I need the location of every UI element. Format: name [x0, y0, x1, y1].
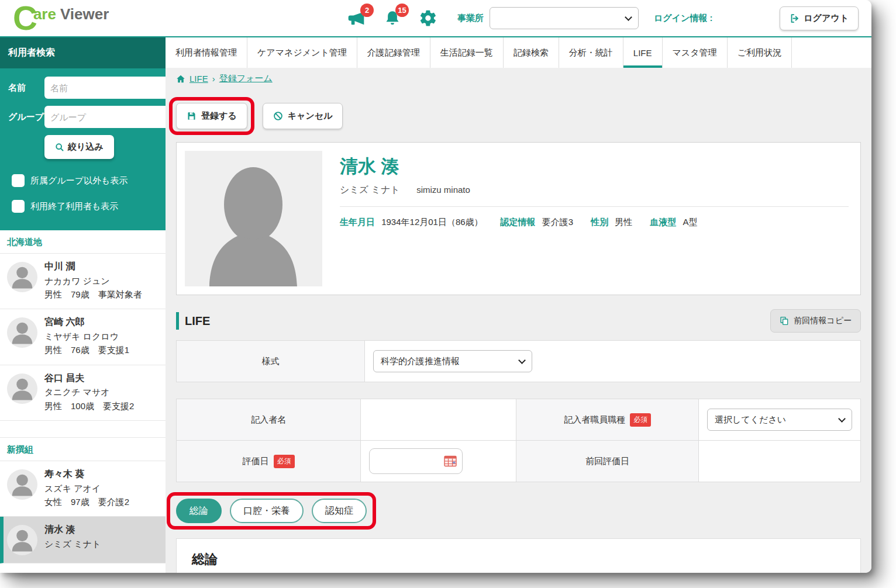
save-button[interactable]: 登録する	[176, 103, 247, 129]
breadcrumb-form-link[interactable]: 登録フォーム	[219, 73, 273, 84]
writer-job-select-value: 選択してください	[715, 414, 786, 426]
breadcrumb: LIFE › 登録フォーム	[166, 68, 871, 89]
profile-card: 清水 湊 シミズ ミナト simizu minato 生年月日 1934年12月…	[176, 142, 861, 295]
name-search-input[interactable]	[44, 77, 173, 99]
birthdate-label: 生年月日	[340, 217, 375, 227]
user-kana: ナカカワ ジュン	[44, 274, 142, 288]
writer-job-label: 記入者職員職種	[564, 414, 625, 424]
pills-annotation-box: 総論 口腔・栄養 認知症	[176, 499, 367, 523]
user-name: 中川 潤	[44, 260, 142, 274]
copy-icon	[780, 316, 789, 326]
writer-job-select[interactable]: 選択してください	[707, 409, 852, 431]
show-ended-users-label: 利用終了利用者も表示	[30, 201, 118, 212]
app-window: C are Viewer 2 15	[0, 0, 871, 573]
bloodtype-label: 血液型	[650, 217, 676, 227]
notifications-button[interactable]: 15	[384, 9, 401, 27]
show-ended-users-checkbox[interactable]	[12, 200, 25, 213]
app-body: 利用者検索 名前 グループ 絞り込み	[0, 36, 871, 573]
show-other-groups-label: 所属グループ以外も表示	[30, 175, 127, 186]
user-list-item[interactable]: 宮崎 六郎 ミヤザキ ロクロウ 男性 76歳 要支援1	[0, 309, 166, 365]
copy-previous-label: 前回情報コピー	[794, 316, 852, 326]
user-list-item[interactable]: 谷口 昌夫 タニクチ マサオ 男性 100歳 要支援2	[0, 365, 166, 421]
tab-life-records[interactable]: 生活記録一覧	[430, 37, 504, 68]
writer-form-table: 記入者名 記入者職員職種必須 選択してください	[176, 399, 861, 482]
writer-name-cell[interactable]	[361, 399, 516, 441]
avatar	[7, 262, 37, 292]
general-section-card: 総論	[176, 538, 861, 573]
group-header: 新撰組	[0, 438, 166, 461]
cancel-button[interactable]: キャンセル	[263, 103, 343, 129]
pill-tab-oral-nutrition[interactable]: 口腔・栄養	[230, 499, 304, 523]
pill-tab-dementia[interactable]: 認知症	[312, 499, 367, 523]
patient-name: 清水 湊	[340, 154, 849, 179]
user-group: 新撰組 寿々木 葵 スズキ アオイ 女性 97歳 要介護2	[0, 437, 166, 563]
writer-name-label: 記入者名	[177, 399, 361, 441]
main-nav-tabs: 利用者情報管理 ケアマネジメント管理 介護記録管理 生活記録一覧 記録検索 分析…	[166, 37, 871, 68]
copy-previous-button[interactable]: 前回情報コピー	[770, 309, 861, 333]
announcements-badge: 2	[360, 4, 374, 17]
cancel-icon	[273, 111, 283, 121]
gear-icon	[419, 9, 437, 27]
user-list-item[interactable]: 寿々木 葵 スズキ アオイ 女性 97歳 要介護2	[0, 461, 166, 517]
save-icon	[187, 111, 197, 121]
user-kana: ミヤザキ ロクロウ	[44, 330, 129, 343]
sidebar-search-form: 名前 グループ 絞り込み 所属グルー	[0, 68, 166, 230]
group-search-input[interactable]	[44, 106, 173, 128]
header-controls: 2 15 事業所 ログイン情報 :	[346, 6, 859, 30]
save-button-label: 登録する	[201, 110, 237, 122]
action-buttons-row: 登録する キャンセル	[176, 103, 861, 129]
cancel-button-label: キャンセル	[288, 110, 333, 122]
logo-viewer-text: Viewer	[60, 5, 109, 23]
tab-user-info[interactable]: 利用者情報管理	[166, 37, 247, 68]
tab-usage[interactable]: ご利用状況	[728, 37, 792, 68]
tab-care-records[interactable]: 介護記録管理	[357, 37, 430, 68]
tab-master[interactable]: マスタ管理	[663, 37, 728, 68]
show-other-groups-row: 所属グループ以外も表示	[12, 174, 154, 187]
user-info: 男性 76歳 要支援1	[44, 343, 129, 357]
tab-care-management[interactable]: ケアマネジメント管理	[247, 37, 357, 68]
profile-divider	[340, 206, 849, 207]
profile-details: 清水 湊 シミズ ミナト simizu minato 生年月日 1934年12月…	[322, 151, 852, 286]
user-name: 清水 湊	[44, 523, 101, 537]
office-select[interactable]	[490, 7, 639, 29]
filter-button[interactable]: 絞り込み	[44, 135, 114, 159]
group-field-label: グループ	[8, 112, 44, 123]
required-badge: 必須	[274, 455, 295, 468]
bloodtype-value: A型	[683, 217, 697, 227]
logo-are-text: are	[33, 5, 56, 23]
prev-eval-date-label: 前回評価日	[516, 441, 699, 482]
office-label: 事業所	[457, 13, 484, 24]
style-form-table: 様式 科学的介護推進情報	[176, 340, 861, 382]
chevron-down-icon	[838, 415, 846, 423]
user-group: 北海道地 中川 潤 ナカカワ ジュン 男性 79歳 事業対象者	[0, 230, 166, 421]
calendar-icon	[444, 455, 457, 467]
home-icon	[176, 74, 185, 84]
gender-value: 男性	[615, 217, 632, 227]
settings-button[interactable]	[419, 9, 437, 27]
tab-life[interactable]: LIFE	[623, 37, 663, 68]
eval-date-input[interactable]	[369, 448, 463, 474]
user-list-item-selected[interactable]: 清水 湊 シミズ ミナト	[0, 517, 166, 563]
style-select[interactable]: 科学的介護推進情報	[373, 350, 532, 372]
save-annotation-box: 登録する	[176, 103, 247, 129]
avatar	[7, 317, 37, 348]
tab-record-search[interactable]: 記録検索	[504, 37, 559, 68]
life-section-title: LIFE	[176, 312, 210, 330]
app-logo: C are Viewer	[13, 3, 153, 33]
certification-value: 要介護3	[542, 217, 573, 227]
pill-tab-general[interactable]: 総論	[176, 499, 222, 523]
logout-button[interactable]: ログアウト	[780, 6, 859, 30]
logout-icon	[790, 13, 799, 23]
user-info: 男性 79歳 事業対象者	[44, 288, 142, 301]
show-other-groups-checkbox[interactable]	[12, 174, 25, 187]
required-badge: 必須	[630, 413, 651, 427]
user-info: 男性 100歳 要支援2	[44, 399, 134, 413]
gender-label: 性別	[591, 217, 608, 227]
announcements-button[interactable]: 2	[346, 9, 366, 27]
prev-eval-date-cell	[699, 441, 861, 482]
user-list-item[interactable]: 中川 潤 ナカカワ ジュン 男性 79歳 事業対象者	[0, 254, 166, 309]
group-header: 北海道地	[0, 230, 166, 254]
login-info-label: ログイン情報 :	[654, 13, 713, 24]
tab-analytics[interactable]: 分析・統計	[559, 37, 623, 68]
breadcrumb-life-link[interactable]: LIFE	[189, 74, 208, 84]
